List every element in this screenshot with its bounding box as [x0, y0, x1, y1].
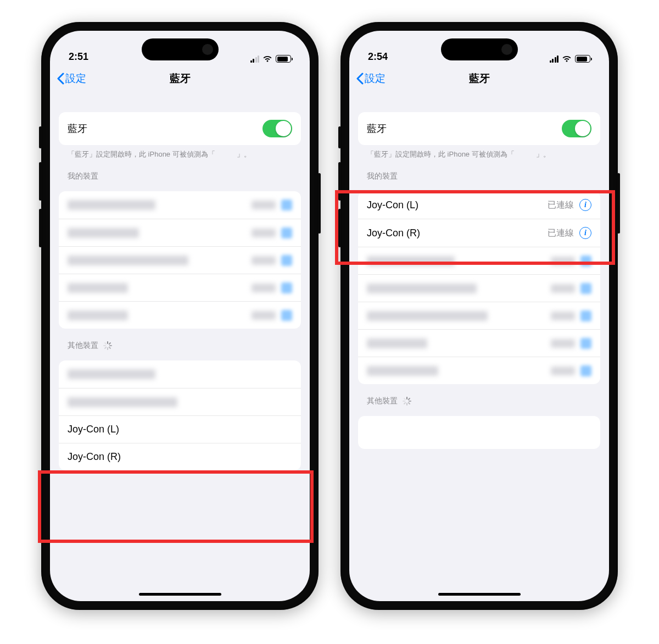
- side-button: [39, 209, 42, 247]
- phone-right: 2:54 設定 藍牙 藍牙 「藍牙」設定開啟時: [340, 22, 618, 610]
- spinner-icon: [103, 341, 111, 350]
- back-button[interactable]: 設定: [356, 71, 386, 86]
- nav-bar: 設定 藍牙: [50, 65, 310, 92]
- other-devices-header: 其他裝置: [59, 329, 301, 355]
- device-name-blur: [367, 338, 427, 348]
- info-icon[interactable]: i: [579, 227, 591, 239]
- device-name-blur: [367, 311, 488, 321]
- device-name: Joy-Con (R): [367, 227, 420, 239]
- side-button: [617, 173, 620, 234]
- device-name-blur: [68, 283, 128, 293]
- side-button: [39, 162, 42, 201]
- discoverable-note: 「藍牙」設定開啟時，此 iPhone 可被偵測為「 」。: [358, 145, 600, 159]
- nav-bar: 設定 藍牙: [349, 65, 609, 92]
- device-row[interactable]: [59, 388, 301, 415]
- device-name-blur: [68, 228, 139, 238]
- bluetooth-toggle[interactable]: [562, 120, 591, 137]
- back-button[interactable]: 設定: [57, 71, 86, 86]
- device-name-blur: [68, 397, 177, 407]
- device-name: Joy-Con (R): [68, 451, 121, 463]
- dynamic-island: [441, 38, 518, 60]
- my-devices-header: 我的裝置: [358, 159, 600, 186]
- status-time: 2:51: [69, 51, 88, 63]
- other-devices-label: 其他裝置: [68, 341, 98, 351]
- device-name-blur: [68, 369, 155, 379]
- device-name-blur: [68, 310, 128, 320]
- phone-left: 2:51 設定 藍牙 藍牙 「藍牙」設定開啟時: [41, 22, 319, 610]
- home-indicator[interactable]: [139, 593, 221, 596]
- discoverable-note: 「藍牙」設定開啟時，此 iPhone 可被偵測為「 」。: [59, 145, 301, 159]
- bluetooth-label: 藍牙: [367, 122, 387, 135]
- device-row[interactable]: [358, 329, 600, 357]
- device-row[interactable]: [59, 191, 301, 219]
- device-name: Joy-Con (L): [68, 424, 119, 435]
- device-name-blur: [367, 366, 438, 376]
- device-row-joycon-r[interactable]: Joy-Con (R) 已連線i: [358, 219, 600, 247]
- wifi-icon: [263, 55, 272, 63]
- status-time: 2:54: [368, 51, 388, 63]
- side-button: [318, 173, 321, 234]
- screen: 2:51 設定 藍牙 藍牙 「藍牙」設定開啟時: [50, 31, 310, 601]
- device-name-blur: [367, 256, 455, 266]
- home-indicator[interactable]: [438, 593, 521, 596]
- device-row-joycon-l[interactable]: Joy-Con (L) 已連線i: [358, 191, 600, 219]
- other-devices-list: Joy-Con (L) Joy-Con (R): [59, 360, 301, 470]
- device-row[interactable]: [358, 247, 600, 274]
- device-row[interactable]: [59, 301, 301, 329]
- battery-icon: [575, 55, 590, 63]
- info-icon[interactable]: i: [579, 199, 591, 211]
- battery-icon: [276, 55, 291, 63]
- side-button: [338, 209, 341, 247]
- my-devices-header: 我的裝置: [59, 159, 301, 186]
- back-label: 設定: [65, 71, 86, 86]
- device-row-joycon-l[interactable]: Joy-Con (L): [59, 415, 301, 443]
- device-row[interactable]: [358, 302, 600, 329]
- device-row[interactable]: [358, 274, 600, 302]
- page-title: 藍牙: [170, 71, 191, 86]
- device-status: 已連線: [548, 199, 574, 211]
- other-devices-list: [358, 416, 600, 449]
- device-row-joycon-r[interactable]: Joy-Con (R): [59, 443, 301, 470]
- dynamic-island: [142, 38, 219, 60]
- side-button: [338, 126, 341, 148]
- device-row[interactable]: [358, 416, 600, 449]
- side-button: [39, 126, 42, 148]
- chevron-left-icon: [356, 73, 364, 85]
- device-name-blur: [68, 256, 188, 265]
- device-name-blur: [68, 200, 155, 210]
- side-button: [338, 162, 341, 201]
- screen: 2:54 設定 藍牙 藍牙 「藍牙」設定開啟時: [349, 31, 609, 601]
- bluetooth-toggle-row[interactable]: 藍牙: [358, 112, 600, 145]
- back-label: 設定: [365, 71, 386, 86]
- bluetooth-label: 藍牙: [68, 122, 87, 135]
- other-devices-label: 其他裝置: [367, 396, 398, 406]
- wifi-icon: [562, 55, 572, 63]
- device-status: 已連線: [548, 227, 574, 239]
- my-devices-list: [59, 191, 301, 329]
- cellular-icon: [550, 55, 559, 63]
- device-name: Joy-Con (L): [367, 199, 418, 211]
- device-row[interactable]: [59, 274, 301, 301]
- other-devices-header: 其他裝置: [358, 384, 600, 410]
- page-title: 藍牙: [469, 71, 490, 86]
- device-row[interactable]: [59, 246, 301, 274]
- device-row[interactable]: [59, 360, 301, 388]
- device-row[interactable]: [59, 219, 301, 246]
- my-devices-list: Joy-Con (L) 已連線i Joy-Con (R) 已連線i: [358, 191, 600, 384]
- bluetooth-toggle-row[interactable]: 藍牙: [59, 112, 301, 145]
- bluetooth-toggle[interactable]: [263, 120, 292, 137]
- chevron-left-icon: [57, 73, 64, 85]
- device-row[interactable]: [358, 357, 600, 384]
- device-name-blur: [367, 284, 477, 293]
- spinner-icon: [402, 397, 411, 406]
- cellular-icon: [250, 55, 260, 63]
